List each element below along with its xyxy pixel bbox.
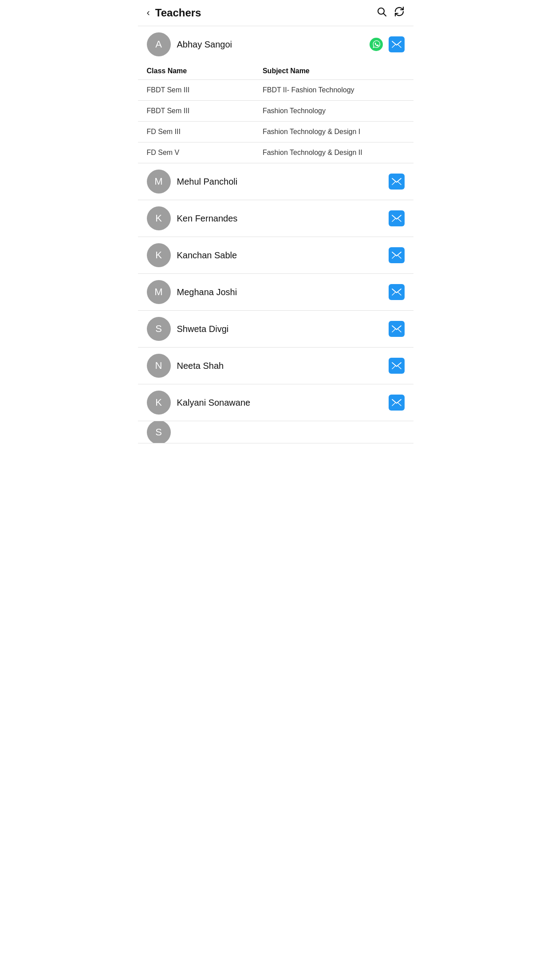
email-button-meghana[interactable] [389, 284, 405, 300]
subject-cell: FBDT II- Fashion Technology [263, 86, 405, 94]
email-button-abhay[interactable] [389, 36, 405, 52]
contact-icons-abhay [368, 36, 405, 52]
teacher-name-shweta: Shweta Divgi [177, 324, 389, 334]
contact-icons-kalyani [389, 395, 405, 411]
class-cell: FD Sem III [147, 128, 263, 136]
email-button-shweta[interactable] [389, 321, 405, 337]
avatar-kanchan: K [147, 243, 171, 267]
teacher-row-abhay[interactable]: A Abhay Sangoi [138, 26, 413, 63]
header-actions [376, 6, 405, 20]
teacher-list-item-partial[interactable]: S [138, 421, 413, 443]
class-cell: FBDT Sem III [147, 86, 263, 94]
teacher-list-item-neeta[interactable]: N Neeta Shah [138, 348, 413, 384]
email-button-ken[interactable] [389, 210, 405, 226]
subject-table-abhay: Class Name Subject Name FBDT Sem III FBD… [138, 63, 413, 163]
subject-cell: Fashion Technology & Design II [263, 149, 405, 157]
teachers-list: M Mehul Pancholi K Ken Fernandes [138, 163, 413, 421]
back-button[interactable]: ‹ [147, 7, 150, 19]
teacher-name-meghana: Meghana Joshi [177, 287, 389, 297]
table-header: Class Name Subject Name [138, 63, 413, 80]
teacher-name-abhay: Abhay Sangoi [177, 40, 368, 50]
avatar-neeta: N [147, 354, 171, 378]
avatar-partial: S [147, 421, 171, 443]
contact-icons-kanchan [389, 247, 405, 263]
table-row[interactable]: FD Sem V Fashion Technology & Design II [138, 142, 413, 163]
email-button-kalyani[interactable] [389, 395, 405, 411]
search-button[interactable] [376, 6, 387, 20]
subject-cell: Fashion Technology & Design I [263, 128, 405, 136]
svg-line-1 [383, 14, 386, 16]
class-cell: FBDT Sem III [147, 107, 263, 115]
avatar-shweta: S [147, 317, 171, 341]
teacher-list-item-shweta[interactable]: S Shweta Divgi [138, 311, 413, 348]
teacher-list-item-kalyani[interactable]: K Kalyani Sonawane [138, 384, 413, 421]
avatar-mehul: M [147, 170, 171, 194]
refresh-button[interactable] [394, 6, 405, 20]
email-button-neeta[interactable] [389, 358, 405, 374]
teacher-name-kalyani: Kalyani Sonawane [177, 398, 389, 408]
page-header: ‹ Teachers [138, 0, 413, 26]
teacher-list-item-kanchan[interactable]: K Kanchan Sable [138, 237, 413, 274]
contact-icons-shweta [389, 321, 405, 337]
email-button-mehul[interactable] [389, 174, 405, 190]
contact-icons-meghana [389, 284, 405, 300]
teacher-name-neeta: Neeta Shah [177, 361, 389, 371]
table-row[interactable]: FBDT Sem III Fashion Technology [138, 101, 413, 122]
avatar-ken: K [147, 206, 171, 230]
contact-icons-ken [389, 210, 405, 226]
col-subject-header: Subject Name [263, 67, 405, 75]
teacher-name-ken: Ken Fernandes [177, 213, 389, 224]
contact-icons-neeta [389, 358, 405, 374]
table-row[interactable]: FD Sem III Fashion Technology & Design I [138, 122, 413, 142]
teacher-list-item-meghana[interactable]: M Meghana Joshi [138, 274, 413, 311]
email-button-kanchan[interactable] [389, 247, 405, 263]
avatar-kalyani: K [147, 391, 171, 415]
avatar-abhay: A [147, 32, 171, 56]
teacher-name-kanchan: Kanchan Sable [177, 250, 389, 261]
teacher-list-item-mehul[interactable]: M Mehul Pancholi [138, 163, 413, 200]
class-cell: FD Sem V [147, 149, 263, 157]
avatar-meghana: M [147, 280, 171, 304]
page-title: Teachers [155, 7, 376, 19]
contact-icons-mehul [389, 174, 405, 190]
table-row[interactable]: FBDT Sem III FBDT II- Fashion Technology [138, 80, 413, 101]
col-class-header: Class Name [147, 67, 263, 75]
subject-cell: Fashion Technology [263, 107, 405, 115]
teacher-list-item-ken[interactable]: K Ken Fernandes [138, 200, 413, 237]
teacher-card-abhay: A Abhay Sangoi [138, 26, 413, 163]
whatsapp-button-abhay[interactable] [368, 36, 384, 52]
teacher-name-mehul: Mehul Pancholi [177, 177, 389, 187]
